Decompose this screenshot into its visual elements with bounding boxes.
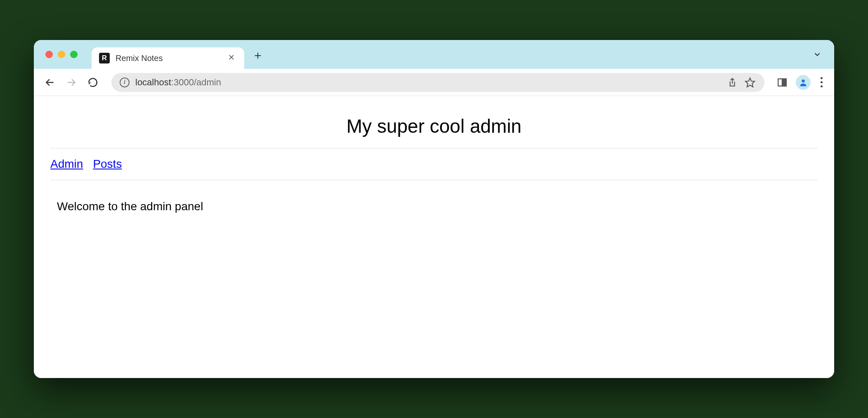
nav-link-posts[interactable]: Posts <box>93 157 122 171</box>
address-bar[interactable]: i localhost:3000/admin <box>111 73 764 92</box>
nav-link-admin[interactable]: Admin <box>50 157 83 171</box>
browser-tab[interactable]: R Remix Notes <box>92 47 244 69</box>
admin-nav: Admin Posts <box>50 148 818 180</box>
page-content: My super cool admin Admin Posts Welcome … <box>34 96 834 378</box>
browser-menu-button[interactable] <box>818 75 825 90</box>
browser-window: R Remix Notes i localhost:3000/admin <box>34 40 834 378</box>
site-info-icon[interactable]: i <box>120 77 130 87</box>
tabs-dropdown-button[interactable] <box>813 50 822 61</box>
browser-toolbar: i localhost:3000/admin <box>34 69 834 96</box>
profile-avatar-icon[interactable] <box>796 75 811 90</box>
window-controls <box>45 51 78 58</box>
window-close-button[interactable] <box>45 51 53 58</box>
window-maximize-button[interactable] <box>70 51 78 58</box>
welcome-text: Welcome to the admin panel <box>50 180 818 233</box>
page-heading: My super cool admin <box>50 108 818 148</box>
panel-icon[interactable] <box>776 76 788 89</box>
tab-title: Remix Notes <box>116 54 220 63</box>
forward-button[interactable] <box>64 75 78 89</box>
new-tab-button[interactable] <box>253 50 262 63</box>
url-path: :3000/admin <box>171 77 221 87</box>
bookmark-star-icon[interactable] <box>744 76 756 89</box>
svg-rect-8 <box>782 79 786 86</box>
reload-button[interactable] <box>86 75 100 89</box>
window-minimize-button[interactable] <box>58 51 65 58</box>
tab-bar: R Remix Notes <box>34 40 834 69</box>
remix-favicon-icon: R <box>99 53 110 63</box>
tab-close-button[interactable] <box>226 51 237 65</box>
url-host: localhost <box>135 77 171 87</box>
svg-marker-6 <box>745 78 755 87</box>
back-button[interactable] <box>43 75 57 89</box>
share-icon[interactable] <box>726 76 738 89</box>
svg-point-9 <box>802 79 804 82</box>
url-text: localhost:3000/admin <box>135 77 720 88</box>
